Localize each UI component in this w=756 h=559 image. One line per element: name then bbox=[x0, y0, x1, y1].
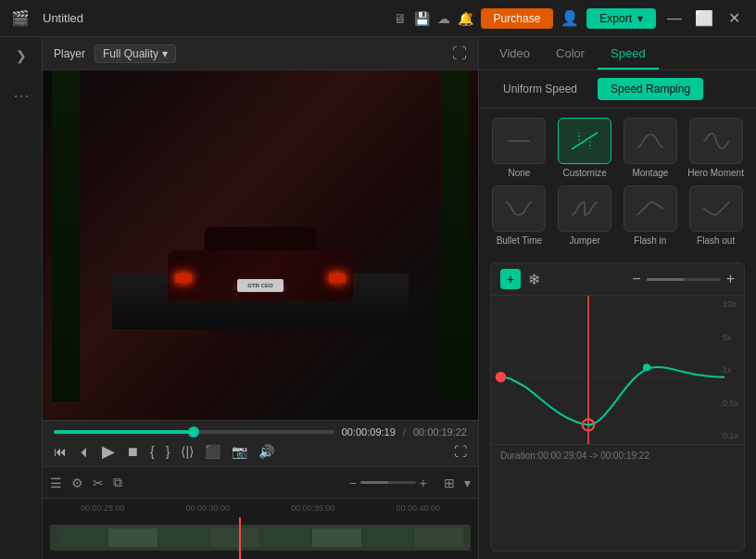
tree-left bbox=[52, 70, 80, 401]
speed-label-customize: Customize bbox=[563, 168, 607, 178]
center-panel: Player Full Quality ▾ ⛶ bbox=[43, 37, 478, 559]
curve-label-10x: 10x bbox=[723, 299, 738, 309]
speed-label-hero-moment: Hero Moment bbox=[687, 168, 744, 178]
export-label: Export bbox=[599, 12, 632, 25]
speed-item-bullet-time[interactable]: Bullet Time bbox=[490, 185, 548, 246]
speed-type-tabs: Uniform Speed Speed Ramping bbox=[479, 70, 756, 108]
app-icon: 🎬 bbox=[11, 9, 30, 27]
video-area: GTR CEO Filmora Bunny bbox=[43, 70, 478, 420]
screenshot-button[interactable]: 📷 bbox=[232, 444, 247, 459]
track-frame bbox=[414, 528, 463, 547]
timeline-split-icon[interactable]: ✂ bbox=[93, 476, 104, 490]
minimize-button[interactable]: — bbox=[663, 10, 686, 27]
bracket-start[interactable]: { bbox=[150, 444, 155, 459]
timeline-track[interactable] bbox=[50, 525, 471, 551]
timeline-ruler: 00:00:25:00 00:00:30:00 00:00:35:00 00:0… bbox=[43, 499, 478, 517]
timeline-menu-icon[interactable]: ☰ bbox=[50, 476, 62, 490]
notification-dot: ● bbox=[468, 9, 473, 19]
track-frame bbox=[108, 528, 158, 547]
zoom-out-icon[interactable]: − bbox=[349, 476, 357, 490]
curve-label-01x: 0.1x bbox=[723, 431, 738, 440]
ruler-mark-2: 00:00:30:00 bbox=[156, 503, 261, 513]
add-point-button[interactable]: + bbox=[500, 269, 521, 289]
close-button[interactable]: ✕ bbox=[723, 9, 745, 27]
speed-item-flash-in[interactable]: Flash in bbox=[622, 185, 680, 246]
play-button[interactable]: ▶ bbox=[102, 441, 115, 462]
progress-track[interactable] bbox=[54, 430, 334, 434]
speed-ramping-button[interactable]: Speed Ramping bbox=[598, 78, 703, 100]
tab-video[interactable]: Video bbox=[486, 37, 543, 70]
progress-row: 00:00:09:19 / 00:00:19:22 bbox=[43, 426, 478, 438]
expand-icon[interactable]: ⛶ bbox=[452, 45, 467, 62]
speed-item-none[interactable]: None bbox=[490, 118, 548, 178]
titlebar: 🎬 Untitled 🖥 💾 ☁ 🔔 ● Purchase 👤 Export ▾… bbox=[0, 0, 756, 37]
speed-item-customize[interactable]: Customize bbox=[556, 118, 614, 178]
track-frame bbox=[261, 528, 310, 547]
speed-item-flash-out[interactable]: Flash out bbox=[687, 185, 745, 246]
timeline-track-area bbox=[43, 517, 478, 559]
progress-thumb[interactable] bbox=[188, 426, 199, 438]
ruler-mark-4: 00:00:40:00 bbox=[366, 503, 472, 513]
quality-chevron: ▾ bbox=[162, 47, 168, 60]
app-title: Untitled bbox=[43, 11, 83, 25]
speed-item-jumper[interactable]: Jumper bbox=[556, 185, 614, 246]
quality-select[interactable]: Full Quality ▾ bbox=[94, 44, 176, 63]
speed-icon-jumper bbox=[558, 185, 611, 232]
snowflake-icon[interactable]: ❄ bbox=[528, 271, 540, 288]
maximize-button[interactable]: ⬜ bbox=[693, 9, 715, 27]
zoom-in-curve-icon[interactable]: + bbox=[726, 271, 735, 287]
ruler-mark-1: 00:00:25:00 bbox=[50, 503, 156, 513]
save-icon: 💾 bbox=[414, 11, 430, 26]
panel-tabs: Video Color Speed bbox=[479, 37, 756, 70]
speed-item-hero-moment[interactable]: Hero Moment bbox=[687, 118, 745, 178]
timeline-snap-icon[interactable]: ⚙ bbox=[71, 476, 83, 490]
speed-grid: None Customize bbox=[479, 108, 756, 255]
svg-point-10 bbox=[496, 373, 506, 382]
bracket-end[interactable]: } bbox=[166, 444, 170, 459]
collapse-arrow[interactable]: ❯ bbox=[12, 44, 31, 67]
track-frames bbox=[57, 528, 463, 547]
curve-canvas[interactable]: 10x 5x 1x 0.5x 0.1x bbox=[491, 296, 744, 444]
fullscreen-button[interactable]: ⛶ bbox=[454, 444, 467, 459]
crop-button[interactable]: ⬛ bbox=[205, 444, 220, 459]
zoom-out-curve-icon[interactable]: − bbox=[632, 271, 640, 287]
zoom-track[interactable] bbox=[360, 481, 416, 484]
timeline-grid-icon[interactable]: ⊞ bbox=[444, 476, 455, 490]
purchase-button[interactable]: Purchase bbox=[481, 8, 554, 29]
speed-icon-hero-moment bbox=[689, 118, 743, 164]
more-options-icon[interactable]: ⋯ bbox=[13, 85, 30, 106]
tab-color[interactable]: Color bbox=[543, 37, 598, 70]
timeline-settings-icon[interactable]: ▾ bbox=[464, 476, 471, 490]
curve-label-5x: 5x bbox=[723, 333, 738, 342]
time-divider: / bbox=[403, 426, 406, 438]
curve-svg bbox=[491, 296, 744, 444]
timeline-zoom: − + bbox=[349, 476, 427, 490]
skip-back-button[interactable]: ⏮ bbox=[54, 444, 67, 459]
export-button[interactable]: Export ▾ bbox=[586, 8, 656, 29]
zoom-in-icon[interactable]: + bbox=[420, 476, 427, 490]
tab-speed[interactable]: Speed bbox=[598, 37, 659, 70]
curve-label-1x: 1x bbox=[723, 365, 738, 375]
track-frame bbox=[312, 528, 361, 547]
speed-label-montage: Montage bbox=[632, 168, 668, 178]
watermark: Filmora Bunny bbox=[233, 283, 287, 292]
timeline-group-icon[interactable]: ⧉ bbox=[113, 475, 122, 490]
right-panel: Video Color Speed Uniform Speed Speed Ra… bbox=[478, 37, 756, 559]
duration-text: Duration:00:00:29:04 -> 00:00:19:22 bbox=[500, 451, 649, 461]
track-frame bbox=[57, 528, 107, 547]
timeline-toolbar: ☰ ⚙ ✂ ⧉ − + ⊞ ▾ bbox=[43, 467, 478, 499]
curve-label-05x: 0.5x bbox=[723, 399, 738, 408]
split-button[interactable]: ⟨|⟩ bbox=[181, 444, 194, 459]
ruler-mark-3: 00:00:35:00 bbox=[260, 503, 366, 513]
car-main: GTR CEO bbox=[168, 250, 353, 301]
quality-label: Full Quality bbox=[103, 47, 158, 60]
zoom-track-curve[interactable] bbox=[647, 278, 721, 281]
audio-button[interactable]: 🔊 bbox=[258, 444, 274, 459]
stop-button[interactable]: ⏹ bbox=[126, 444, 139, 459]
speed-item-montage[interactable]: Montage bbox=[622, 118, 680, 178]
step-back-button[interactable]: ⏴ bbox=[78, 444, 91, 459]
account-icon: 👤 bbox=[561, 9, 579, 27]
speed-label-jumper: Jumper bbox=[569, 235, 599, 246]
uniform-speed-button[interactable]: Uniform Speed bbox=[490, 78, 590, 100]
car-scene: GTR CEO Filmora Bunny bbox=[112, 162, 409, 329]
